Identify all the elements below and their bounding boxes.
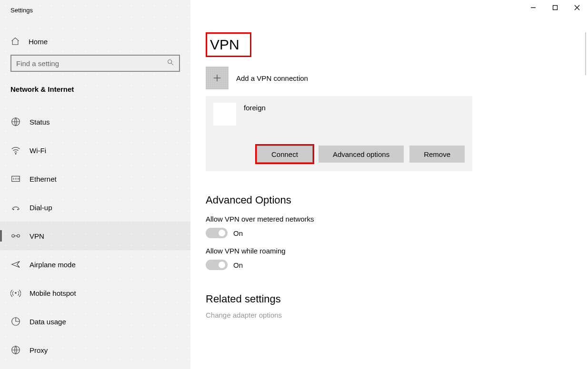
vpn-buttons: Connect Advanced options Remove xyxy=(213,146,465,163)
nav-item-status[interactable]: Status xyxy=(0,107,190,136)
airplane-icon xyxy=(10,259,21,270)
option-roaming-label: Allow VPN while roaming xyxy=(206,247,588,255)
vpn-connection-name: foreign xyxy=(244,103,266,112)
svg-rect-4 xyxy=(12,176,20,182)
advanced-options-button[interactable]: Advanced options xyxy=(319,146,404,163)
change-adapter-link[interactable]: Change adapter options xyxy=(206,311,588,319)
toggle-roaming-state: On xyxy=(233,261,243,269)
svg-line-1 xyxy=(171,63,173,65)
vpn-head: foreign xyxy=(213,103,465,126)
wifi-icon xyxy=(10,145,21,155)
connect-button[interactable]: Connect xyxy=(257,146,313,163)
svg-point-9 xyxy=(15,292,17,294)
toggle-roaming[interactable] xyxy=(206,260,228,270)
home-icon xyxy=(10,37,20,46)
nav-item-wifi[interactable]: Wi-Fi xyxy=(0,136,190,165)
maximize-button[interactable] xyxy=(544,0,566,15)
vpn-icon xyxy=(10,231,21,241)
nav-label: Proxy xyxy=(30,346,48,354)
main-panel: VPN Add a VPN connection foreign Connect… xyxy=(190,0,588,369)
window-title: Settings xyxy=(0,0,190,14)
svg-point-5 xyxy=(13,209,14,210)
toggle-roaming-row: On xyxy=(206,260,588,270)
remove-button[interactable]: Remove xyxy=(409,146,465,163)
nav-item-proxy[interactable]: Proxy xyxy=(0,336,190,364)
nav-label: Mobile hotspot xyxy=(30,289,76,297)
svg-point-3 xyxy=(15,153,16,154)
advanced-options-heading: Advanced Options xyxy=(206,194,588,206)
dialup-icon xyxy=(10,202,21,213)
nav-item-dialup[interactable]: Dial-up xyxy=(0,193,190,222)
window-controls xyxy=(522,0,588,15)
close-button[interactable] xyxy=(566,0,588,15)
scrollbar[interactable] xyxy=(585,32,586,75)
svg-rect-13 xyxy=(553,6,558,10)
hotspot-icon xyxy=(10,288,21,298)
nav-home-label: Home xyxy=(29,38,48,46)
minimize-button[interactable] xyxy=(522,0,544,15)
related-settings-heading: Related settings xyxy=(206,293,588,305)
svg-point-6 xyxy=(17,209,19,210)
ethernet-icon xyxy=(10,174,21,184)
toggle-metered[interactable] xyxy=(206,228,228,238)
nav-list: Status Wi-Fi Ethernet Dial-up VPN Airpla… xyxy=(0,107,190,364)
sidebar: Settings Home Network & Internet Status … xyxy=(0,0,190,369)
nav-item-vpn[interactable]: VPN xyxy=(0,222,190,250)
svg-point-0 xyxy=(168,60,172,64)
search-container xyxy=(10,55,180,72)
nav-label: Status xyxy=(30,118,50,126)
sidebar-section-title: Network & Internet xyxy=(0,72,190,93)
nav-label: Airplane mode xyxy=(30,261,76,269)
vpn-connection-card[interactable]: foreign Connect Advanced options Remove xyxy=(206,96,472,171)
svg-point-7 xyxy=(12,234,15,237)
search-box[interactable] xyxy=(10,55,180,72)
globe-icon xyxy=(10,117,21,127)
nav-label: VPN xyxy=(30,232,44,240)
option-metered-label: Allow VPN over metered networks xyxy=(206,215,588,223)
datausage-icon xyxy=(10,316,21,327)
svg-point-8 xyxy=(17,234,20,237)
nav-label: Data usage xyxy=(30,318,66,326)
add-vpn-label: Add a VPN connection xyxy=(236,74,308,82)
toggle-metered-state: On xyxy=(233,229,243,237)
proxy-icon xyxy=(10,345,21,355)
vpn-connection-icon xyxy=(213,103,236,126)
search-input[interactable] xyxy=(16,59,167,68)
page-title: VPN xyxy=(206,32,251,57)
plus-icon xyxy=(206,67,229,89)
nav-item-datausage[interactable]: Data usage xyxy=(0,307,190,336)
nav-label: Wi-Fi xyxy=(30,146,46,155)
toggle-metered-row: On xyxy=(206,228,588,238)
nav-label: Dial-up xyxy=(30,204,52,212)
nav-label: Ethernet xyxy=(30,175,57,183)
nav-item-hotspot[interactable]: Mobile hotspot xyxy=(0,279,190,307)
add-vpn-connection[interactable]: Add a VPN connection xyxy=(206,67,588,89)
nav-item-ethernet[interactable]: Ethernet xyxy=(0,165,190,193)
nav-item-airplane[interactable]: Airplane mode xyxy=(0,250,190,279)
nav-home[interactable]: Home xyxy=(0,37,190,46)
search-icon xyxy=(167,58,174,68)
